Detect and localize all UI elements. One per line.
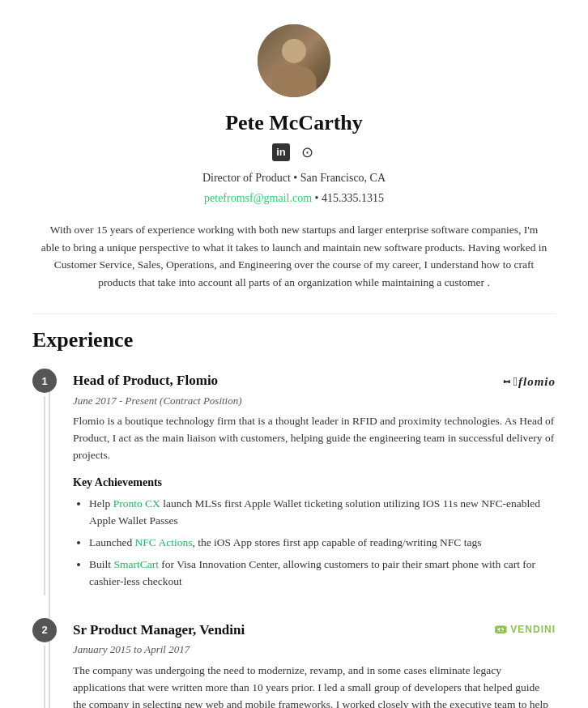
timeline-marker-2: 2 xyxy=(32,618,57,708)
flomio-icon: ꟷ xyxy=(503,370,510,392)
achievement-item: Built SmartCart for Visa Innovation Cent… xyxy=(89,557,556,591)
phone: 415.335.1315 xyxy=(322,192,384,204)
vendini-icon: 🎟 xyxy=(494,620,507,639)
achievement-item: Help Pronto CX launch MLSs first Apple W… xyxy=(89,496,556,530)
github-icon[interactable]: ⊙ xyxy=(298,143,316,161)
timeline-number-2: 2 xyxy=(32,618,57,642)
timeline-item-2: 2 Sr Product Manager, Vendini 🎟 VENDINI … xyxy=(32,618,556,708)
title-location: Director of Product • San Francisco, CA xyxy=(32,169,556,186)
timeline: 1 Head of Product, Flomio ꟷ 𝔆flomio June… xyxy=(32,369,556,708)
social-icons: in ⊙ xyxy=(32,143,556,161)
experience-title: Experience xyxy=(32,313,556,356)
summary-section: With over 15 years of experience working… xyxy=(32,221,556,291)
achievements-title-1: Key Achievements xyxy=(73,474,556,491)
flomio-logo: ꟷ 𝔆flomio xyxy=(503,370,556,392)
summary-text: With over 15 years of experience working… xyxy=(41,224,548,288)
smartcart-link[interactable]: SmartCart xyxy=(113,558,159,570)
vendini-logo: 🎟 VENDINI xyxy=(494,620,556,639)
job-header-2: Sr Product Manager, Vendini 🎟 VENDINI xyxy=(73,620,556,642)
job-date-2: January 2015 to April 2017 xyxy=(73,642,556,658)
job-header-1: Head of Product, Flomio ꟷ 𝔆flomio xyxy=(73,370,556,393)
job-title-2: Sr Product Manager, Vendini xyxy=(73,620,245,641)
timeline-line-1 xyxy=(44,396,45,595)
contact-separator: • xyxy=(315,192,322,204)
timeline-item-1: 1 Head of Product, Flomio ꟷ 𝔆flomio June… xyxy=(32,369,556,595)
job-date-1: June 2017 - Present (Contract Position) xyxy=(73,393,556,409)
achievement-item: Launched NFC Actions, the iOS App stores… xyxy=(89,535,556,552)
separator: • xyxy=(293,172,300,184)
nfc-actions-link[interactable]: NFC Actions xyxy=(135,536,193,548)
timeline-number-1: 1 xyxy=(32,369,57,393)
experience-section: Experience 1 Head of Product, Flomio ꟷ 𝔆… xyxy=(32,313,556,708)
avatar xyxy=(258,24,330,97)
avatar-wrapper xyxy=(32,24,556,97)
location: San Francisco, CA xyxy=(300,172,386,184)
resume-page: Pete McCarthy in ⊙ Director of Product •… xyxy=(0,0,588,708)
contact-info: petefromsf@gmail.com • 415.335.1315 xyxy=(32,190,556,207)
timeline-marker-1: 1 xyxy=(32,369,57,595)
timeline-line-2 xyxy=(44,646,45,708)
achievements-list-1: Help Pronto CX launch MLSs first Apple W… xyxy=(73,496,556,591)
name: Pete McCarthy xyxy=(32,107,556,139)
job-content-2: Sr Product Manager, Vendini 🎟 VENDINI Ja… xyxy=(73,618,556,708)
job-description-1: Flomio is a boutique technology firm tha… xyxy=(73,413,556,464)
header-section: Pete McCarthy in ⊙ Director of Product •… xyxy=(32,24,556,207)
linkedin-icon[interactable]: in xyxy=(272,143,290,161)
job-title: Director of Product xyxy=(202,172,291,184)
job-description-2: The company was undergoing the need to m… xyxy=(73,663,556,708)
pronto-cx-link[interactable]: Pronto CX xyxy=(113,497,160,510)
job-title-1: Head of Product, Flomio xyxy=(73,370,218,391)
job-content-1: Head of Product, Flomio ꟷ 𝔆flomio June 2… xyxy=(73,369,556,595)
vendini-wordmark: VENDINI xyxy=(510,622,556,637)
avatar-image xyxy=(258,24,330,97)
flomio-wordmark: 𝔆flomio xyxy=(513,373,556,391)
email-link[interactable]: petefromsf@gmail.com xyxy=(204,192,312,204)
